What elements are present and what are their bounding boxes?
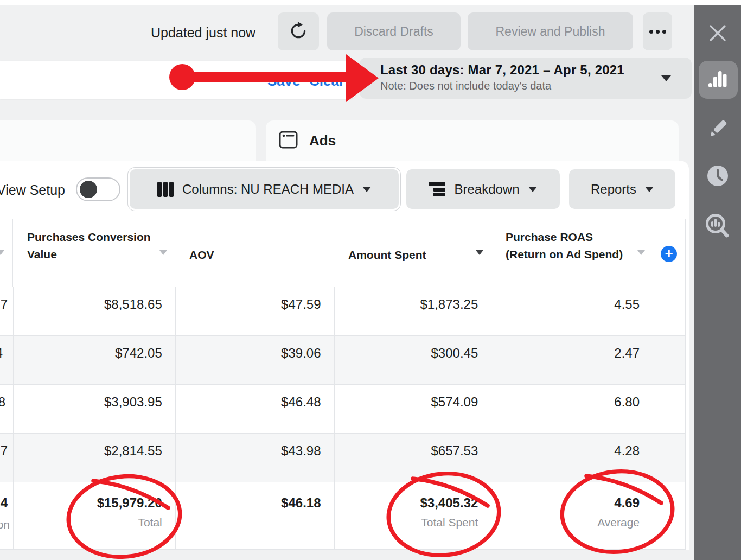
- header-purchase-roas[interactable]: Purchase ROAS (Return on Ad Spend): [491, 219, 653, 287]
- cell-pcv: $742.05: [14, 336, 176, 385]
- sort-caret-icon[interactable]: [637, 250, 645, 255]
- table-row: 7 $8,518.65 $47.59 $1,873.25 4.55: [0, 287, 686, 336]
- reports-dropdown-label: Reports: [591, 182, 636, 197]
- columns-icon: [157, 182, 174, 197]
- table-row: 4 $742.05 $39.06 $300.45 2.47: [0, 336, 686, 385]
- save-filter-link[interactable]: Save: [267, 73, 301, 90]
- cell-pcv: $3,903.95: [14, 385, 176, 434]
- sort-caret-icon[interactable]: [159, 250, 167, 255]
- tab-adsets-partial[interactable]: [0, 120, 256, 161]
- chevron-down-icon: [645, 187, 654, 192]
- tab-ads[interactable]: Ads: [266, 120, 679, 161]
- chevron-down-icon: [661, 75, 671, 81]
- cell-spent: $300.45: [335, 336, 492, 385]
- discard-drafts-button[interactable]: Discard Drafts: [327, 12, 461, 50]
- total-pcv: $15,979.20 Total: [14, 482, 176, 550]
- metrics-table: Purchases Conversion Value AOV Amount Sp…: [0, 219, 686, 550]
- breakdown-dropdown-label: Breakdown: [454, 182, 519, 197]
- total-spent: $3,405.32 Total Spent: [335, 482, 492, 550]
- chevron-down-icon: [528, 187, 537, 192]
- chart-magnifier-icon[interactable]: [694, 212, 741, 240]
- breakdown-dropdown[interactable]: Breakdown: [406, 169, 560, 209]
- ellipsis-icon: [649, 30, 653, 34]
- updated-status: Updated just now: [151, 25, 255, 41]
- cell-roas: 6.80: [491, 385, 653, 434]
- columns-dropdown[interactable]: Columns: NU REACH MEDIA: [130, 169, 399, 209]
- top-edge-strip: [0, 0, 741, 5]
- cell-roas: 4.28: [491, 434, 653, 482]
- cell-spent: $574.09: [335, 385, 492, 434]
- cell-aov: $46.48: [176, 385, 335, 434]
- view-setup-toggle[interactable]: [76, 177, 120, 201]
- tab-ads-label: Ads: [309, 132, 336, 149]
- columns-dropdown-label: Columns: NU REACH MEDIA: [182, 182, 354, 197]
- chevron-down-icon: [362, 187, 371, 192]
- cell-pcv: $2,814.55: [14, 434, 176, 482]
- total-roas: 4.69 Average: [491, 482, 653, 550]
- cell-aov: $47.59: [176, 287, 335, 336]
- plus-icon[interactable]: +: [661, 246, 677, 262]
- reports-dropdown[interactable]: Reports: [569, 169, 675, 209]
- table-row: 7 $2,814.55 $43.98 $657.53 4.28: [0, 434, 686, 482]
- window-icon: [278, 129, 299, 152]
- cell-roas: 4.55: [491, 287, 653, 336]
- right-toolbar: [694, 5, 741, 560]
- ads-manager-screen: Updated just now Discard Drafts Review a…: [0, 0, 741, 560]
- performance-view-button[interactable]: [699, 61, 738, 99]
- close-icon[interactable]: [694, 22, 741, 44]
- view-setup-label: View Setup: [0, 182, 65, 198]
- header-aov[interactable]: AOV: [175, 219, 334, 287]
- cell-aov: $39.06: [176, 336, 335, 385]
- cell-roas: 2.47: [491, 336, 653, 385]
- breakdown-icon: [429, 182, 445, 196]
- sort-caret-icon[interactable]: [476, 250, 483, 255]
- date-range-note: Note: Does not include today's data: [380, 80, 692, 92]
- more-options-button[interactable]: [643, 12, 672, 50]
- filter-bar: Save Clear: [0, 61, 357, 99]
- cell-pcv: $8,518.65: [14, 287, 176, 336]
- pencil-icon[interactable]: [694, 117, 741, 141]
- review-and-publish-button[interactable]: Review and Publish: [468, 12, 633, 50]
- header-cutoff-column[interactable]: [0, 219, 13, 287]
- refresh-icon: [289, 22, 308, 42]
- sort-caret-icon[interactable]: [0, 250, 4, 255]
- table-row: 8 $3,903.95 $46.48 $574.09 6.80: [0, 385, 686, 434]
- header-amount-spent[interactable]: Amount Spent: [334, 219, 491, 287]
- cell-aov: $43.98: [176, 434, 335, 482]
- table-totals-row: 4 on $15,979.20 Total $46.18 $3,405.32 T…: [0, 482, 686, 550]
- date-range-label: Last 30 days: Mar 7, 2021 – Apr 5, 2021: [380, 62, 692, 78]
- table-header-row: Purchases Conversion Value AOV Amount Sp…: [0, 219, 686, 287]
- cell-spent: $1,873.25: [335, 287, 492, 336]
- date-range-selector[interactable]: Last 30 days: Mar 7, 2021 – Apr 5, 2021 …: [360, 58, 692, 99]
- clock-icon[interactable]: [694, 164, 741, 187]
- total-aov: $46.18: [176, 482, 335, 550]
- cell-spent: $657.53: [335, 434, 492, 482]
- refresh-button[interactable]: [278, 12, 319, 50]
- toggle-knob: [80, 181, 97, 198]
- clear-filter-link[interactable]: Clear: [309, 73, 344, 90]
- header-add-column: +: [653, 219, 686, 287]
- bar-chart-icon: [707, 68, 729, 91]
- header-purchases-conversion-value[interactable]: Purchases Conversion Value: [13, 219, 175, 287]
